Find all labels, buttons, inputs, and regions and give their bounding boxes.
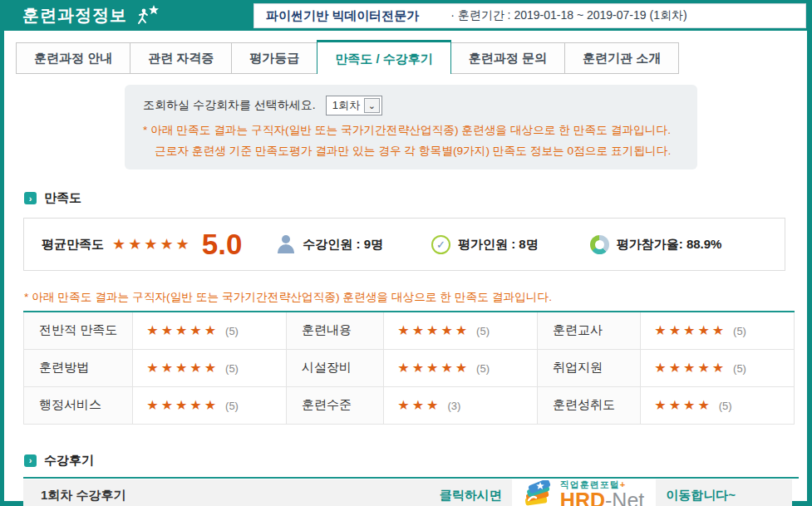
rating-score: (5) — [225, 362, 239, 375]
avg-star-rating: ★★★★★ — [112, 235, 192, 253]
session-select[interactable]: 1회차 ⌄ — [326, 96, 382, 115]
metric-label: 훈련내용 — [286, 312, 383, 349]
metric-label: 훈련성취도 — [537, 386, 640, 424]
tab-certificates[interactable]: 관련 자격증 — [130, 42, 232, 74]
course-info-strip: 파이썬기반 빅데이터전문가 · 훈련기간 : 2019-01-18 ~ 2019… — [253, 3, 806, 28]
metric-label: 시설장비 — [286, 349, 383, 386]
metric-label: 훈련방법 — [24, 349, 133, 386]
evaluated-count: ✓ 평가인원 : 8명 — [383, 235, 539, 254]
notice-box: 조회하실 수강회차를 선택하세요. 1회차 ⌄ * 아래 만족도 결과는 구직자… — [125, 85, 697, 169]
rating-score: (5) — [719, 400, 732, 412]
rating-score: (5) — [733, 325, 746, 337]
tab-bar: 훈련과정 안내 관련 자격증 평가등급 만족도 / 수강후기 훈련과정 문의 훈… — [17, 40, 807, 74]
hrdnet-logo-link[interactable]: 직업훈련포털+ HRD-Net — [512, 479, 656, 506]
star-rating: ★★★★★ — [654, 323, 726, 337]
course-name: 파이썬기반 빅데이터전문가 — [266, 8, 419, 24]
metric-label: 훈련수준 — [286, 386, 383, 424]
check-circle-icon: ✓ — [431, 235, 450, 254]
satisfaction-section-title: 만족도 — [44, 190, 81, 206]
rating-score: (5) — [225, 400, 239, 412]
reviews-divider — [23, 477, 799, 479]
hrdnet-logo-text: 직업훈련포털+ HRD-Net — [560, 480, 644, 506]
metric-rating: ★★★★★(5) — [641, 349, 795, 386]
metric-label: 전반적 만족도 — [24, 312, 133, 349]
page-title: 훈련과정정보 — [22, 4, 127, 27]
notice-line-1: * 아래 만족도 결과는 구직자(일반 또는 국가기간전략산업직종) 훈련생을 … — [143, 123, 679, 138]
person-icon — [277, 235, 295, 253]
metric-label: 훈련교사 — [537, 312, 640, 349]
star-rating: ★★★★★ — [146, 398, 219, 412]
table-row: 행정서비스 ★★★★★(5) 훈련수준 ★★★(3) 훈련성취도 ★★★★(5) — [24, 386, 795, 424]
satisfaction-section-header: › 만족도 — [24, 190, 807, 206]
reviews-section-header: › 수강후기 — [24, 453, 807, 469]
table-row: 전반적 만족도 ★★★★★(5) 훈련내용 ★★★★★(5) 훈련교사 ★★★★… — [24, 312, 795, 349]
logo-net: -Net — [605, 489, 644, 506]
enrolled-count-label: 수강인원 : 9명 — [303, 237, 383, 253]
star-rating: ★★★★★ — [397, 361, 470, 375]
avg-satisfaction-label: 평균만족도 — [42, 237, 104, 253]
arrow-bullet-icon: › — [24, 454, 37, 467]
metric-rating: ★★★★★(5) — [384, 312, 538, 349]
metric-rating: ★★★★★(5) — [133, 349, 287, 386]
metric-label: 행정서비스 — [24, 386, 133, 424]
rating-score: (5) — [733, 362, 746, 375]
session-select-value: 1회차 — [332, 98, 360, 113]
rating-score: (5) — [476, 362, 490, 375]
star-rating: ★★★★★ — [146, 323, 219, 337]
content-panel: 훈련과정 안내 관련 자격증 평가등급 만족도 / 수강후기 훈련과정 문의 훈… — [4, 31, 807, 501]
session-select-label: 조회하실 수강회차를 선택하세요. — [143, 98, 316, 113]
evaluated-count-label: 평가인원 : 8명 — [458, 237, 539, 253]
satisfaction-table: 전반적 만족도 ★★★★★(5) 훈련내용 ★★★★★(5) 훈련교사 ★★★★… — [23, 311, 795, 425]
review-row-title: 1회차 수강후기 — [41, 488, 126, 504]
metric-rating: ★★★★★(5) — [641, 312, 795, 349]
metric-rating: ★★★★(5) — [641, 386, 795, 424]
notice-line-2: 근로자 훈련생 기준 만족도평가 결과만 있는 경우 각 항목별(9가지) 만족… — [155, 144, 679, 159]
logo-hrd: HRD — [560, 489, 605, 506]
rating-score: (5) — [225, 325, 239, 337]
star-rating: ★★★★ — [654, 398, 711, 412]
page-frame: 훈련과정정보 파이썬기반 빅데이터전문가 · 훈련기간 : 2019-01-18… — [0, 0, 812, 506]
review-row-right: 클릭하시면 직업훈련포털+ HRD- — [440, 479, 792, 506]
chevron-down-icon: ⌄ — [364, 98, 380, 113]
satisfaction-table-note: * 아래 만족도 결과는 구직자(일반 또는 국가기간전략산업직종) 훈련생을 … — [24, 290, 807, 305]
star-rating: ★★★★★ — [146, 361, 219, 375]
rating-score: (5) — [476, 325, 490, 337]
tab-satisfaction-reviews[interactable]: 만족도 / 수강후기 — [317, 40, 451, 74]
star-rating: ★★★★★ — [654, 361, 726, 375]
star-rating: ★★★★★ — [397, 323, 470, 337]
metric-rating: ★★★★★(5) — [133, 386, 287, 424]
donut-chart-icon — [590, 235, 609, 254]
metric-label: 취업지원 — [537, 349, 640, 386]
move-prompt-text: 이동합니다~ — [666, 488, 736, 504]
jumping-person-star-icon — [135, 3, 160, 28]
click-prompt-text: 클릭하시면 — [440, 488, 502, 504]
hrdnet-logo-icon — [522, 480, 554, 506]
page-header: 훈련과정정보 파이썬기반 빅데이터전문가 · 훈련기간 : 2019-01-18… — [0, 0, 812, 31]
metric-rating: ★★★(3) — [384, 386, 538, 424]
arrow-bullet-icon: › — [24, 192, 37, 204]
rating-score: (3) — [447, 400, 460, 412]
review-row[interactable]: 1회차 수강후기 클릭하시면 — [23, 479, 792, 506]
avg-score-value: 5.0 — [202, 228, 243, 261]
satisfaction-summary-card: 평균만족도 ★★★★★ 5.0 수강인원 : 9명 ✓ 평가인원 : 8명 평가… — [23, 218, 785, 271]
participation-rate-label: 평가참가율: 88.9% — [617, 237, 722, 253]
reviews-section-title: 수강후기 — [44, 453, 94, 469]
tab-rating[interactable]: 평가등급 — [231, 42, 317, 74]
enrolled-count: 수강인원 : 9명 — [242, 235, 383, 253]
metric-rating: ★★★★★(5) — [133, 312, 287, 349]
metric-rating: ★★★★★(5) — [384, 349, 538, 386]
table-row: 훈련방법 ★★★★★(5) 시설장비 ★★★★★(5) 취업지원 ★★★★★(5… — [24, 349, 795, 386]
tab-course-inquiry[interactable]: 훈련과정 문의 — [450, 42, 565, 74]
tab-course-guide[interactable]: 훈련과정 안내 — [16, 42, 130, 74]
participation-rate: 평가참가율: 88.9% — [539, 235, 722, 254]
star-rating: ★★★ — [397, 398, 440, 412]
training-period: · 훈련기간 : 2019-01-18 ~ 2019-07-19 (1회차) — [450, 8, 687, 23]
tab-institution-intro[interactable]: 훈련기관 소개 — [564, 42, 679, 74]
